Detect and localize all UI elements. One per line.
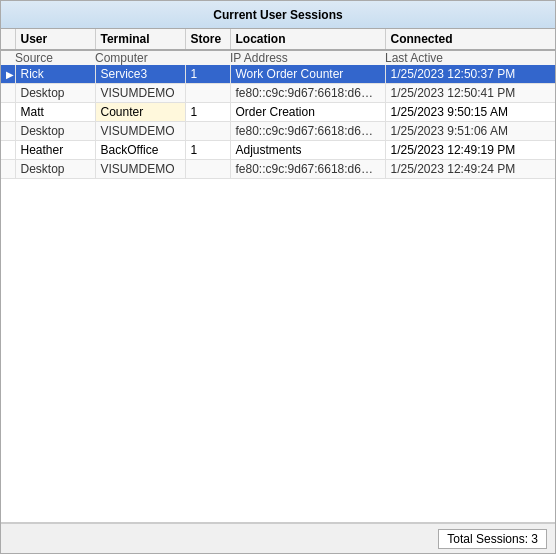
row-store: 1 (185, 141, 230, 160)
row-arrow: ▶ (1, 65, 15, 84)
row-terminal: VISUMDEMO (95, 122, 185, 141)
row-store: 1 (185, 65, 230, 84)
subheader-store-blank (185, 50, 230, 65)
header-user[interactable]: User (15, 29, 95, 50)
table-row[interactable]: HeatherBackOffice1Adjustments1/25/2023 1… (1, 141, 555, 160)
row-terminal: Service3 (95, 65, 185, 84)
table-header-row: User Terminal Store Location Connected (1, 29, 555, 50)
header-store[interactable]: Store (185, 29, 230, 50)
row-location: fe80::c9c:9d67:6618:d626%5 (230, 122, 385, 141)
row-arrow (1, 84, 15, 103)
header-arrow (1, 29, 15, 50)
row-connected: 1/25/2023 9:50:15 AM (385, 103, 555, 122)
sessions-table: User Terminal Store Location Connected S… (1, 29, 555, 179)
subheader-ip: IP Address (230, 50, 385, 65)
row-arrow (1, 122, 15, 141)
main-window: Current User Sessions User Terminal Stor… (0, 0, 556, 554)
header-terminal[interactable]: Terminal (95, 29, 185, 50)
row-location: fe80::c9c:9d67:6618:d626%5 (230, 160, 385, 179)
status-bar: Total Sessions: 3 (1, 523, 555, 553)
row-arrow (1, 103, 15, 122)
subheader-arrow (1, 50, 15, 65)
row-user: Desktop (15, 160, 95, 179)
total-sessions-label: Total Sessions: 3 (447, 532, 538, 546)
table-row[interactable]: MattCounter1Order Creation1/25/2023 9:50… (1, 103, 555, 122)
table-subheader-row: Source Computer IP Address Last Active (1, 50, 555, 65)
row-user: Desktop (15, 84, 95, 103)
row-connected: 1/25/2023 12:49:19 PM (385, 141, 555, 160)
row-store: 1 (185, 103, 230, 122)
table-row[interactable]: DesktopVISUMDEMOfe80::c9c:9d67:6618:d626… (1, 160, 555, 179)
subheader-last-active: Last Active (385, 50, 555, 65)
row-terminal: Counter (95, 103, 185, 122)
row-connected: 1/25/2023 12:50:37 PM (385, 65, 555, 84)
table-row[interactable]: ▶RickService31Work Order Counter1/25/202… (1, 65, 555, 84)
row-user: Matt (15, 103, 95, 122)
row-store (185, 84, 230, 103)
row-store (185, 160, 230, 179)
row-location: fe80::c9c:9d67:6618:d626%5 (230, 84, 385, 103)
window-title: Current User Sessions (213, 8, 342, 22)
total-sessions-badge: Total Sessions: 3 (438, 529, 547, 549)
table-row[interactable]: DesktopVISUMDEMOfe80::c9c:9d67:6618:d626… (1, 84, 555, 103)
row-connected: 1/25/2023 12:50:41 PM (385, 84, 555, 103)
table-container: User Terminal Store Location Connected S… (1, 29, 555, 523)
row-location: Order Creation (230, 103, 385, 122)
header-location[interactable]: Location (230, 29, 385, 50)
title-bar: Current User Sessions (1, 1, 555, 29)
row-terminal: VISUMDEMO (95, 84, 185, 103)
row-terminal: BackOffice (95, 141, 185, 160)
subheader-computer: Computer (95, 50, 185, 65)
row-arrow (1, 141, 15, 160)
row-location: Adjustments (230, 141, 385, 160)
table-row[interactable]: DesktopVISUMDEMOfe80::c9c:9d67:6618:d626… (1, 122, 555, 141)
row-terminal: VISUMDEMO (95, 160, 185, 179)
row-store (185, 122, 230, 141)
row-user: Desktop (15, 122, 95, 141)
row-location: Work Order Counter (230, 65, 385, 84)
table-body: ▶RickService31Work Order Counter1/25/202… (1, 65, 555, 179)
row-user: Heather (15, 141, 95, 160)
header-connected[interactable]: Connected (385, 29, 555, 50)
row-connected: 1/25/2023 9:51:06 AM (385, 122, 555, 141)
row-arrow (1, 160, 15, 179)
row-connected: 1/25/2023 12:49:24 PM (385, 160, 555, 179)
subheader-source: Source (15, 50, 95, 65)
row-user: Rick (15, 65, 95, 84)
